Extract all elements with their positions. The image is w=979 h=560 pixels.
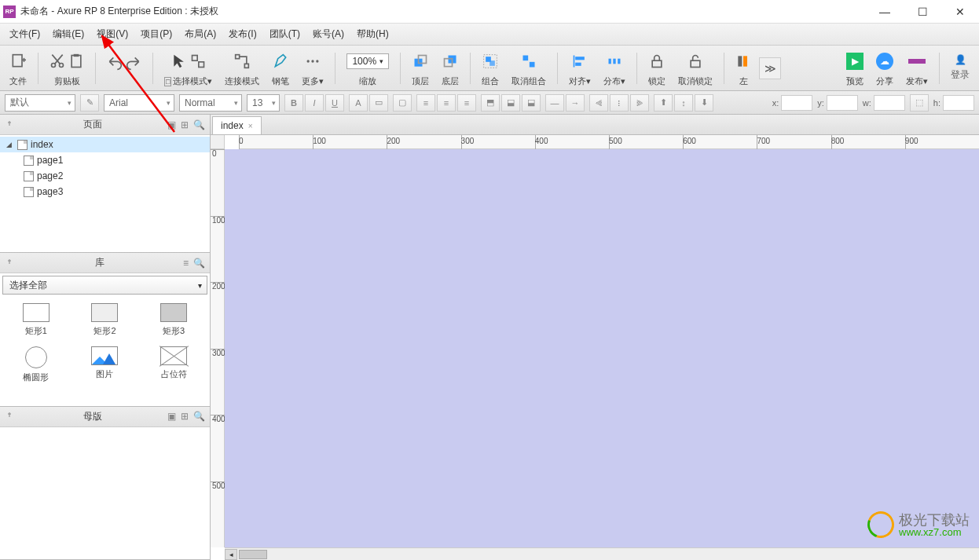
valign-bottom[interactable]: ⬓: [522, 94, 541, 112]
tool-group-btn[interactable]: 组合: [477, 46, 504, 90]
h-input[interactable]: [943, 95, 974, 111]
pin-icon[interactable]: [5, 120, 14, 130]
tool-distribute[interactable]: 分布▾: [599, 46, 630, 90]
tool-share[interactable]: ☁ 分享: [871, 46, 898, 90]
halign-left[interactable]: ⫷: [589, 94, 608, 112]
menu-file[interactable]: 文件(F): [3, 24, 46, 44]
tool-select-mode[interactable]: □选择模式▾: [160, 46, 217, 90]
search-icon[interactable]: 🔍: [193, 258, 205, 269]
menu-layout[interactable]: 布局(A): [178, 24, 222, 44]
tool-connect-mode[interactable]: 连接模式: [220, 46, 264, 90]
tool-align[interactable]: 对齐▾: [564, 46, 596, 90]
italic-button[interactable]: I: [305, 94, 324, 112]
canvas[interactable]: [225, 149, 979, 547]
line-style-button[interactable]: —: [545, 94, 564, 112]
ungroup-icon: [521, 53, 537, 69]
collapse-icon[interactable]: ◢: [6, 141, 14, 148]
font-combo[interactable]: Arial: [104, 94, 174, 112]
add-folder-icon[interactable]: ▣: [167, 411, 176, 422]
widget-image[interactable]: 图片: [72, 343, 138, 386]
close-button[interactable]: ✕: [951, 5, 970, 18]
close-tab-icon[interactable]: ×: [248, 122, 253, 130]
search-icon[interactable]: 🔍: [193, 119, 205, 130]
bold-button[interactable]: B: [284, 94, 303, 112]
tool-zoom[interactable]: 100%▾ 缩放: [342, 46, 394, 90]
menu-edit[interactable]: 编辑(E): [46, 24, 90, 44]
y-input[interactable]: [827, 95, 858, 111]
svg-rect-7: [192, 56, 197, 61]
menu-help[interactable]: 帮助(H): [350, 24, 395, 44]
tool-left-align[interactable]: 左: [731, 46, 756, 90]
toolbar-overflow[interactable]: ≫: [759, 57, 781, 79]
align-left-icon: [735, 53, 751, 69]
eyedropper-icon[interactable]: ✎: [80, 94, 99, 112]
tool-publish-btn[interactable]: 发布▾: [901, 46, 933, 90]
zoom-combo[interactable]: 100%▾: [346, 53, 389, 69]
valign2-mid[interactable]: ↕: [674, 94, 693, 112]
add-page-icon[interactable]: ⊞: [181, 119, 189, 130]
style-combo[interactable]: 默认: [5, 94, 75, 112]
page-page2[interactable]: page2: [0, 168, 210, 184]
page-index[interactable]: ◢ index: [0, 137, 210, 152]
valign-middle[interactable]: ⬓: [501, 94, 520, 112]
valign-top[interactable]: ⬒: [481, 94, 500, 112]
add-folder-icon[interactable]: ▣: [167, 119, 176, 130]
tool-back[interactable]: 底层: [437, 46, 464, 90]
search-icon[interactable]: 🔍: [193, 411, 205, 422]
align-right-text[interactable]: ≡: [457, 94, 476, 112]
add-master-icon[interactable]: ⊞: [181, 411, 189, 422]
tool-clipboard[interactable]: 剪贴板: [45, 46, 89, 90]
menu-publish[interactable]: 发布(I): [222, 24, 262, 44]
menu-account[interactable]: 账号(A): [306, 24, 350, 44]
send-back-icon: [442, 53, 458, 69]
x-input[interactable]: [781, 95, 812, 111]
valign2-top[interactable]: ⬆: [654, 94, 673, 112]
lock-aspect-icon[interactable]: ⬚: [910, 94, 929, 112]
border-button[interactable]: ▢: [393, 94, 412, 112]
widget-placeholder[interactable]: 占位符: [141, 343, 207, 386]
tool-unlock[interactable]: 取消锁定: [673, 46, 717, 90]
maximize-button[interactable]: ☐: [913, 5, 932, 18]
tool-front[interactable]: 顶层: [407, 46, 434, 90]
fill-color-button[interactable]: ▭: [369, 94, 388, 112]
horizontal-scrollbar[interactable]: ◂: [225, 547, 979, 560]
underline-button[interactable]: U: [325, 94, 344, 112]
widget-rect2[interactable]: 矩形2: [72, 300, 138, 340]
w-input[interactable]: [874, 95, 905, 111]
tool-preview[interactable]: ▶ 预览: [842, 46, 868, 90]
widget-rect1[interactable]: 矩形1: [3, 300, 69, 340]
tool-ungroup[interactable]: 取消组合: [507, 46, 551, 90]
page-page3[interactable]: page3: [0, 184, 210, 199]
arrow-style-button[interactable]: →: [566, 94, 585, 112]
library-select[interactable]: 选择全部: [2, 276, 207, 295]
pin-icon[interactable]: [5, 412, 14, 421]
menu-project[interactable]: 项目(P): [134, 24, 178, 44]
tool-undo-redo[interactable]: [102, 46, 146, 90]
size-combo[interactable]: 13: [247, 94, 280, 112]
tool-lock[interactable]: 锁定: [644, 46, 670, 90]
library-panel: 库 ≡ 🔍 选择全部 矩形1 矩形2 矩形3 椭圆形 图片 占位符: [0, 253, 210, 407]
tool-pen[interactable]: 钢笔: [267, 46, 294, 90]
menu-view[interactable]: 视图(V): [90, 24, 134, 44]
tab-index[interactable]: index ×: [212, 116, 262, 134]
widget-ellipse[interactable]: 椭圆形: [3, 343, 69, 386]
tool-more[interactable]: 更多▾: [297, 46, 328, 90]
halign-right[interactable]: ⫸: [630, 94, 649, 112]
weight-combo[interactable]: Normal: [179, 94, 242, 112]
align-left-text[interactable]: ≡: [416, 94, 435, 112]
align-center-text[interactable]: ≡: [437, 94, 456, 112]
halign-center[interactable]: ⫶: [610, 94, 629, 112]
scroll-left-icon[interactable]: ◂: [225, 549, 237, 560]
ruler-horizontal: 0 100 200 300 400 500 600 700 800 900: [239, 135, 979, 149]
pin-icon[interactable]: [5, 258, 14, 268]
list-view-icon[interactable]: ≡: [183, 258, 189, 269]
login-button[interactable]: 👤登录: [946, 46, 974, 90]
valign2-bot[interactable]: ⬇: [695, 94, 713, 112]
menu-team[interactable]: 团队(T): [263, 24, 306, 44]
text-color-button[interactable]: A: [349, 94, 368, 112]
tool-file[interactable]: 文件: [5, 46, 31, 90]
page-page1[interactable]: page1: [0, 152, 210, 168]
widget-rect3[interactable]: 矩形3: [141, 300, 207, 340]
minimize-button[interactable]: —: [875, 5, 894, 18]
scroll-thumb[interactable]: [239, 550, 267, 559]
